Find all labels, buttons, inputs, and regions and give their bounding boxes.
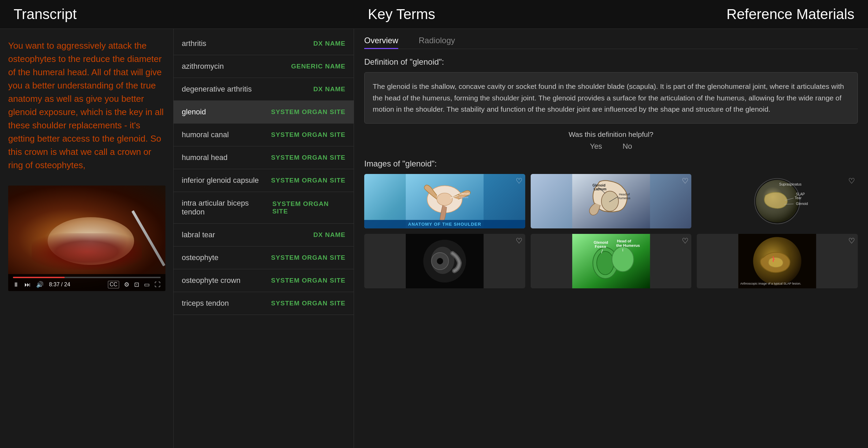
key-term-name-7: intra articular biceps tendon bbox=[182, 199, 272, 217]
image-2: Glenoid Labrum Head of Humerus bbox=[531, 174, 692, 228]
image-2-favorite[interactable]: ♡ bbox=[682, 177, 689, 186]
svg-point-31 bbox=[597, 251, 614, 275]
video-player[interactable]: ⏸ ⏭ 🔊 8:37 / 24 CC ⚙ ⊡ ▭ ⛶ bbox=[8, 186, 165, 291]
image-card-6[interactable]: Arthroscopic image of a typical SLAP les… bbox=[697, 234, 858, 288]
progress-bar-fill bbox=[13, 277, 65, 278]
svg-text:Glenoid: Glenoid bbox=[796, 202, 808, 206]
cc-button[interactable]: CC bbox=[108, 281, 119, 288]
images-grid: Glenoid Labrum ANATOMY OF THE SHOULDER ♡ bbox=[364, 174, 858, 288]
key-term-row-10[interactable]: osteophyte crownSYSTEM ORGAN SITE bbox=[174, 269, 354, 292]
key-term-name-11: triceps tendon bbox=[182, 299, 229, 308]
main-content: You want to aggressively attack the oste… bbox=[0, 29, 868, 448]
key-term-name-0: arthritis bbox=[182, 39, 206, 48]
image-card-1[interactable]: Glenoid Labrum ANATOMY OF THE SHOULDER ♡ bbox=[364, 174, 525, 228]
key-term-type-8: DX NAME bbox=[313, 231, 345, 239]
key-term-type-2: DX NAME bbox=[313, 85, 345, 93]
image-card-3[interactable]: Supraspinatus SLAP Tear Glenoid ♡ bbox=[697, 174, 858, 228]
key-term-type-0: DX NAME bbox=[313, 40, 345, 47]
svg-text:Glenoid: Glenoid bbox=[459, 192, 470, 195]
controls-row: ⏸ ⏭ 🔊 8:37 / 24 CC ⚙ ⊡ ▭ ⛶ bbox=[13, 281, 161, 288]
svg-text:Labrum: Labrum bbox=[594, 187, 607, 191]
pause-button[interactable]: ⏸ bbox=[13, 281, 19, 288]
image-4-favorite[interactable]: ♡ bbox=[516, 237, 523, 245]
reference-header-title: Reference Materials bbox=[726, 6, 854, 22]
image-4 bbox=[364, 234, 525, 288]
key-terms-header-title: Key Terms bbox=[368, 6, 435, 22]
key-term-row-2[interactable]: degenerative arthritisDX NAME bbox=[174, 78, 354, 101]
image-card-5[interactable]: Glenoid Fossa Head of the Humerus ♡ bbox=[531, 234, 692, 288]
key-terms-list: arthritisDX NAMEazithromycinGENERIC NAME… bbox=[174, 32, 354, 315]
helpful-buttons: Yes No bbox=[364, 142, 858, 151]
svg-text:Humerus: Humerus bbox=[617, 196, 630, 200]
key-term-row-6[interactable]: inferior glenoid capsuleSYSTEM ORGAN SIT… bbox=[174, 169, 354, 192]
image-1-favorite[interactable]: ♡ bbox=[516, 177, 523, 186]
key-term-type-4: SYSTEM ORGAN SITE bbox=[271, 131, 345, 139]
image-5: Glenoid Fossa Head of the Humerus bbox=[531, 234, 692, 288]
key-terms-panel: arthritisDX NAMEazithromycinGENERIC NAME… bbox=[174, 29, 354, 448]
key-term-row-0[interactable]: arthritisDX NAME bbox=[174, 32, 354, 55]
key-term-row-7[interactable]: intra articular biceps tendonSYSTEM ORGA… bbox=[174, 192, 354, 224]
next-button[interactable]: ⏭ bbox=[25, 281, 31, 288]
controls-right: CC ⚙ ⊡ ▭ ⛶ bbox=[108, 281, 161, 288]
key-term-type-1: GENERIC NAME bbox=[291, 63, 345, 70]
key-term-row-3[interactable]: glenoidSYSTEM ORGAN SITE bbox=[174, 101, 354, 124]
helpful-no-button[interactable]: No bbox=[623, 142, 632, 151]
image-5-favorite[interactable]: ♡ bbox=[682, 237, 689, 245]
key-term-name-5: humoral head bbox=[182, 153, 228, 162]
fullscreen-button[interactable]: ⛶ bbox=[155, 281, 161, 288]
svg-text:SLAP: SLAP bbox=[796, 192, 805, 196]
image-6-favorite[interactable]: ♡ bbox=[848, 237, 855, 245]
svg-point-7 bbox=[601, 191, 618, 211]
key-term-type-3: SYSTEM ORGAN SITE bbox=[271, 108, 345, 116]
svg-text:the Humerus: the Humerus bbox=[616, 243, 640, 247]
svg-text:Glenoid: Glenoid bbox=[592, 183, 605, 187]
surgical-tissue bbox=[32, 233, 142, 270]
image-card-2[interactable]: Glenoid Labrum Head of Humerus ♡ bbox=[531, 174, 692, 228]
key-term-name-2: degenerative arthritis bbox=[182, 85, 252, 94]
video-controls: ⏸ ⏭ 🔊 8:37 / 24 CC ⚙ ⊡ ▭ ⛶ bbox=[8, 274, 165, 291]
key-term-type-5: SYSTEM ORGAN SITE bbox=[271, 154, 345, 161]
volume-button[interactable]: 🔊 bbox=[36, 281, 44, 288]
svg-point-2 bbox=[437, 193, 452, 206]
transcript-header-title: Transcript bbox=[14, 6, 77, 22]
image-3-favorite[interactable]: ♡ bbox=[848, 177, 855, 186]
image-card-4[interactable]: ♡ bbox=[364, 234, 525, 288]
helpful-question: Was this definition helpful? bbox=[364, 130, 858, 139]
key-term-name-9: osteophyte bbox=[182, 253, 219, 262]
tab-overview[interactable]: Overview bbox=[364, 36, 398, 49]
definition-text: The glenoid is the shallow, concave cavi… bbox=[373, 81, 849, 115]
tab-radiology[interactable]: Radiology bbox=[419, 36, 455, 49]
progress-bar-container[interactable] bbox=[13, 277, 161, 278]
key-term-row-8[interactable]: labral tearDX NAME bbox=[174, 224, 354, 246]
reference-tabs: Overview Radiology bbox=[364, 36, 858, 49]
key-term-type-6: SYSTEM ORGAN SITE bbox=[271, 177, 345, 184]
header: Transcript Key Terms Reference Materials bbox=[0, 0, 868, 29]
key-term-type-7: SYSTEM ORGAN SITE bbox=[272, 200, 345, 215]
key-term-row-4[interactable]: humoral canalSYSTEM ORGAN SITE bbox=[174, 124, 354, 146]
definition-box: The glenoid is the shallow, concave cavi… bbox=[364, 72, 858, 124]
svg-text:Tear: Tear bbox=[795, 196, 802, 200]
pip-button[interactable]: ⊡ bbox=[134, 281, 139, 288]
transcript-text: You want to aggressively attack the oste… bbox=[8, 39, 165, 172]
key-term-row-9[interactable]: osteophyteSYSTEM ORGAN SITE bbox=[174, 246, 354, 269]
svg-text:Arthroscopic image of a typica: Arthroscopic image of a typical SLAP les… bbox=[740, 282, 801, 285]
settings-button[interactable]: ⚙ bbox=[124, 281, 129, 288]
key-term-name-10: osteophyte crown bbox=[182, 276, 240, 285]
svg-point-28 bbox=[437, 258, 443, 264]
image-6: Arthroscopic image of a typical SLAP les… bbox=[697, 234, 858, 288]
key-term-row-1[interactable]: azithromycinGENERIC NAME bbox=[174, 55, 354, 78]
key-term-row-11[interactable]: triceps tendonSYSTEM ORGAN SITE bbox=[174, 292, 354, 315]
theater-button[interactable]: ▭ bbox=[144, 281, 150, 288]
key-term-row-5[interactable]: humoral headSYSTEM ORGAN SITE bbox=[174, 146, 354, 169]
transcript-panel: You want to aggressively attack the oste… bbox=[0, 29, 174, 448]
key-term-name-4: humoral canal bbox=[182, 130, 229, 139]
reference-panel: Overview Radiology Definition of "glenoi… bbox=[354, 29, 868, 448]
image-1-label: ANATOMY OF THE SHOULDER bbox=[364, 220, 525, 228]
key-term-type-10: SYSTEM ORGAN SITE bbox=[271, 277, 345, 284]
key-term-name-1: azithromycin bbox=[182, 62, 224, 71]
svg-text:Fossa: Fossa bbox=[595, 244, 606, 249]
images-label: Images of "glenoid": bbox=[364, 159, 858, 169]
svg-text:Supraspinatus: Supraspinatus bbox=[779, 182, 802, 186]
svg-text:Head of: Head of bbox=[617, 239, 631, 243]
helpful-yes-button[interactable]: Yes bbox=[590, 142, 602, 151]
